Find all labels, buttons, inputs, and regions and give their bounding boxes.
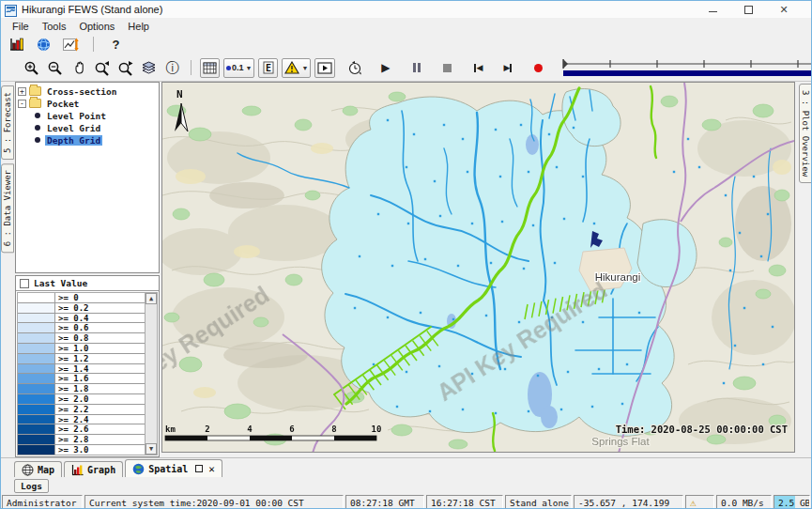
legend-row[interactable]: >= 1.2 bbox=[18, 354, 145, 364]
grid-display-button[interactable] bbox=[200, 58, 220, 78]
tab-graph[interactable]: Graph bbox=[64, 461, 123, 477]
left-tab-strip: 5 : Forecast6 : Data Viewer bbox=[1, 82, 14, 457]
menu-tools[interactable]: Tools bbox=[37, 20, 72, 33]
logs-button[interactable]: Logs bbox=[14, 479, 49, 493]
tab-maximize-icon[interactable] bbox=[195, 465, 203, 472]
play-button[interactable]: ▶ bbox=[375, 58, 395, 78]
menu-help[interactable]: Help bbox=[122, 20, 155, 33]
legend-row[interactable]: >= 1.8 bbox=[18, 384, 145, 394]
tree-label: Level Point bbox=[45, 111, 108, 121]
menu-options[interactable]: Options bbox=[73, 20, 120, 33]
step-forward-button[interactable]: ▶ bbox=[498, 58, 517, 78]
record-button[interactable] bbox=[529, 58, 548, 78]
pause-button[interactable] bbox=[406, 58, 426, 78]
tree-expander-icon[interactable]: + bbox=[18, 87, 26, 96]
legend-row[interactable]: >= 2.0 bbox=[18, 394, 145, 405]
legend-row[interactable]: >= 0.8 bbox=[18, 333, 145, 344]
bar-chart-icon[interactable] bbox=[7, 35, 26, 54]
timer-icon[interactable] bbox=[345, 58, 364, 78]
legend-color-swatch bbox=[18, 394, 55, 404]
side-tab-left-0[interactable]: 5 : Forecast bbox=[1, 85, 14, 160]
legend-row[interactable]: >= 2.6 bbox=[18, 424, 145, 435]
app-logo-icon bbox=[5, 4, 17, 16]
legend-row[interactable]: >= 2.2 bbox=[18, 405, 145, 415]
legend-color-swatch bbox=[18, 445, 55, 455]
chart-arrows-icon[interactable] bbox=[61, 35, 81, 54]
window-title: Hikurangi FEWS (Stand alone) bbox=[22, 4, 162, 15]
tree-item-pocket[interactable]: -Pocket bbox=[18, 98, 157, 109]
legend-color-swatch bbox=[18, 405, 55, 414]
legend-scrollbar[interactable]: ▲ ▼ bbox=[145, 293, 157, 455]
warning-threshold-dropdown[interactable]: ▼ bbox=[282, 58, 311, 78]
legend-threshold-label: >= 1.6 bbox=[55, 374, 145, 383]
legend-row[interactable]: >= 0.2 bbox=[18, 303, 145, 314]
minimize-button[interactable] bbox=[706, 4, 719, 15]
tree-item-level-grid[interactable]: Level Grid bbox=[33, 122, 157, 133]
map-view[interactable]: API Key Required API Key Required Hikura… bbox=[161, 82, 795, 453]
right-tab-strip: 3 : Plot Overview bbox=[796, 82, 812, 457]
info-icon[interactable]: ⓘ bbox=[162, 58, 182, 78]
zoom-previous-icon[interactable] bbox=[92, 58, 112, 78]
menu-file[interactable]: File bbox=[7, 20, 35, 33]
zoom-next-icon[interactable] bbox=[115, 58, 135, 78]
legend-threshold-label: >= 1.4 bbox=[55, 364, 145, 374]
legend-row[interactable]: >= 0 bbox=[18, 293, 145, 303]
legend-color-swatch bbox=[18, 344, 55, 353]
globe-icon[interactable] bbox=[34, 35, 54, 54]
status-mode: Stand alone bbox=[505, 495, 572, 509]
map-time-label: Time: 2020-08-25 00:00:00 CST bbox=[616, 424, 788, 435]
maximize-button[interactable] bbox=[742, 4, 755, 15]
stop-button[interactable] bbox=[437, 58, 457, 78]
tab-close-icon[interactable]: ✕ bbox=[208, 464, 215, 474]
tab-spatial[interactable]: Spatial ✕ bbox=[125, 459, 222, 477]
legend-row[interactable]: >= 0.4 bbox=[18, 314, 145, 324]
layers-icon[interactable] bbox=[139, 58, 159, 78]
status-warning-icon[interactable]: ⚠ bbox=[685, 495, 714, 509]
animation-button[interactable] bbox=[314, 58, 335, 78]
tree-item-cross-section[interactable]: +Cross-section bbox=[18, 85, 157, 97]
legend-row[interactable]: >= 0.6 bbox=[18, 323, 145, 333]
legend-row[interactable]: >= 3.0 bbox=[18, 445, 145, 455]
bottom-tab-bar: Map Graph Spatial ✕ bbox=[1, 457, 811, 477]
tab-graph-label: Graph bbox=[87, 465, 115, 475]
scroll-up-icon[interactable]: ▲ bbox=[146, 293, 157, 304]
status-gmt-time: 08:27:18 GMT bbox=[345, 495, 424, 509]
svg-text:N: N bbox=[176, 88, 183, 100]
legend-table: >= 0>= 0.2>= 0.4>= 0.6>= 0.8>= 1.0>= 1.2… bbox=[18, 293, 145, 455]
legend-color-swatch bbox=[18, 303, 55, 313]
legend-row[interactable]: >= 1.0 bbox=[18, 344, 145, 354]
bullet-icon bbox=[35, 137, 40, 143]
status-coordinates: -35.657 , 174.199 bbox=[574, 495, 683, 509]
step-back-button[interactable]: ◀ bbox=[468, 58, 488, 78]
legend-color-swatch bbox=[18, 314, 55, 323]
help-button[interactable]: ? bbox=[106, 35, 126, 54]
legend-row[interactable]: >= 2.8 bbox=[18, 435, 145, 445]
scroll-down-icon[interactable]: ▼ bbox=[146, 443, 157, 455]
legend-row[interactable]: >= 1.6 bbox=[18, 374, 145, 384]
contour-interval-dropdown[interactable]: 0.1▼ bbox=[223, 58, 254, 78]
tree-item-depth-grid[interactable]: Depth Grid bbox=[33, 134, 157, 146]
legend-row[interactable]: >= 2.4 bbox=[18, 415, 145, 425]
zoom-out-icon[interactable] bbox=[45, 58, 65, 78]
zoom-in-icon[interactable] bbox=[22, 58, 41, 78]
tree-expander-icon[interactable]: - bbox=[18, 100, 26, 108]
bullet-icon bbox=[35, 113, 40, 118]
time-slider[interactable] bbox=[561, 56, 812, 79]
legend-threshold-label: >= 2.6 bbox=[55, 424, 145, 434]
legend-checkbox-label: Last Value bbox=[34, 278, 87, 288]
side-tab-left-1[interactable]: 6 : Data Viewer bbox=[1, 163, 14, 253]
tab-map[interactable]: Map bbox=[14, 461, 62, 477]
label-button[interactable]: E bbox=[258, 58, 278, 78]
pan-hand-icon[interactable] bbox=[69, 58, 88, 78]
side-tab-right-0[interactable]: 3 : Plot Overview bbox=[799, 84, 812, 183]
close-button[interactable]: ✕ bbox=[777, 4, 790, 15]
last-value-checkbox[interactable] bbox=[20, 279, 29, 288]
legend-row[interactable]: >= 1.4 bbox=[18, 364, 145, 375]
tree-item-level-point[interactable]: Level Point bbox=[33, 110, 157, 121]
folder-icon bbox=[29, 86, 41, 96]
legend-threshold-label: >= 1.8 bbox=[55, 384, 145, 393]
svg-text:2: 2 bbox=[205, 424, 209, 434]
legend-color-swatch bbox=[18, 374, 55, 383]
tree-label: Level Grid bbox=[45, 123, 102, 133]
title-bar: Hikurangi FEWS (Stand alone) ✕ bbox=[1, 1, 811, 18]
